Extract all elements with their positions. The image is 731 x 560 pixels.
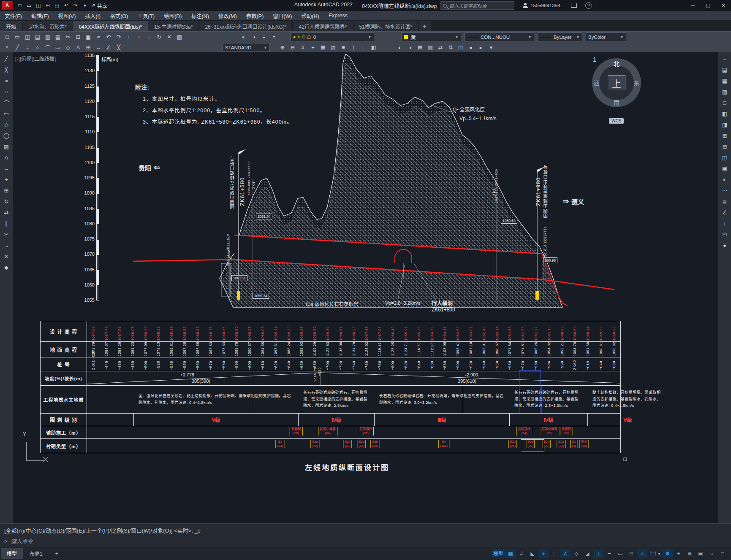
ortho-toggle-icon[interactable]: ∟ (549, 549, 560, 558)
zoom-icon[interactable]: ○ (134, 32, 144, 41)
save-as-icon[interactable]: ⊞ (44, 2, 52, 9)
rectangle-icon[interactable]: ▭ (53, 43, 63, 52)
new-tab-button[interactable]: + (419, 21, 431, 31)
selection-cycling-icon[interactable]: ⊡ (626, 549, 636, 558)
resize-icon[interactable]: ↕ (720, 219, 730, 228)
drawing-tab[interactable]: 边水沟、沉砂井* (23, 21, 73, 31)
angle-icon[interactable]: ∠ (104, 43, 113, 52)
menu-item[interactable]: 窗口(W) (268, 11, 296, 20)
break-icon[interactable]: ╳ (114, 43, 123, 52)
more-icon[interactable]: ▾ (486, 43, 496, 52)
table-icon[interactable]: ⊞ (84, 43, 93, 52)
mirror-tool-icon[interactable]: ⇄ (1, 208, 11, 217)
osnap-tracking-icon[interactable]: ◢ (582, 549, 592, 558)
ellipse-tool-icon[interactable]: ◯ (1, 131, 11, 140)
menu-item[interactable]: 绘图(D) (159, 11, 186, 20)
insert-panel-icon[interactable]: ⊞ (720, 131, 730, 140)
zoom-out-icon[interactable]: ⊖ (288, 43, 297, 52)
hatch-panel-icon[interactable]: ▦ (720, 76, 730, 85)
offset-tool-icon[interactable]: ∥ (1, 219, 11, 228)
search-input[interactable]: 键入关键字或短语 (440, 1, 514, 10)
perpendicular-icon[interactable]: ⊥ (349, 43, 358, 52)
list-icon[interactable]: ≣ (720, 197, 730, 206)
save-icon[interactable]: ◫ (35, 2, 42, 9)
annotation-monitor-icon[interactable]: + (674, 549, 684, 558)
pan-icon[interactable]: + (124, 32, 133, 41)
compass-top-face[interactable]: 上 (608, 75, 625, 90)
rectangle-tool-icon[interactable]: ▭ (1, 109, 11, 118)
workspace-switch-icon[interactable]: ⚙ (663, 549, 673, 558)
menu-item[interactable]: 编辑(E) (27, 11, 54, 20)
trim-icon[interactable]: ▥ (426, 43, 435, 52)
block-icon[interactable]: ◫ (456, 43, 465, 52)
menu-item[interactable]: 参数(P) (242, 11, 269, 20)
point-icon[interactable]: ● (466, 43, 476, 52)
add-layout-button[interactable]: + (49, 549, 64, 558)
menu-item[interactable]: 标注(N) (187, 11, 214, 20)
clean-screen-icon[interactable]: □ (717, 549, 728, 558)
materials-panel-icon[interactable]: ▧ (720, 87, 730, 96)
command-line[interactable]: [全部(A)/中心(C)/动态(D)/范围(E)/上一个(P)/比例(S)/窗口… (0, 523, 731, 547)
app-store-icon[interactable] (571, 3, 577, 8)
compass-north[interactable]: 北 (614, 59, 620, 68)
maximize-button[interactable]: ▢ (701, 0, 716, 11)
linetype-combo[interactable]: CON...NUOU ▼ (465, 32, 534, 41)
erase-tool-icon[interactable]: ✕ (1, 252, 11, 261)
menu-item[interactable]: 工具(T) (133, 11, 159, 20)
quick-properties-icon[interactable]: ▣ (696, 549, 706, 558)
snap-grid-icon[interactable]: # (298, 43, 307, 52)
menu-item[interactable]: 视图(V) (54, 11, 81, 20)
drawing-tab[interactable]: 51横洞防、排水设计图* (353, 21, 419, 31)
dynamic-input-icon[interactable]: ⌖ (538, 549, 549, 558)
view-compass[interactable]: 北 南 西 东 上 (592, 58, 641, 107)
hatch-tool-icon[interactable]: ▨ (1, 142, 11, 151)
account-area[interactable]: 15059991358... ? (523, 0, 592, 11)
cut-icon[interactable]: ✂ (63, 32, 73, 41)
trim-tool-icon[interactable]: ✂ (1, 230, 11, 239)
drawing-tab[interactable]: 04XXX隧道左线纵断面(lds)* (73, 21, 148, 31)
layer-freeze-icon[interactable]: ◑ (249, 32, 258, 41)
units-icon[interactable]: ≣ (685, 549, 695, 558)
region-icon[interactable]: ◧ (369, 43, 378, 52)
command-input[interactable]: > 键入命令 (0, 535, 731, 547)
qnew-icon[interactable]: □ (3, 32, 12, 41)
gradient-icon[interactable]: ▧ (329, 43, 338, 52)
color-combo[interactable]: 黄 ▼ (401, 32, 461, 41)
blocks-panel-icon[interactable]: □ (720, 98, 730, 107)
text-tool-icon[interactable]: A (1, 153, 11, 162)
erase-icon[interactable]: ✕ (165, 32, 174, 41)
text-icon[interactable]: A (73, 43, 83, 52)
spline-icon[interactable]: ≈ (23, 43, 32, 52)
compass-east[interactable]: 东 (633, 78, 639, 87)
line-icon[interactable]: ╱ (13, 43, 22, 52)
array-icon[interactable]: ▤ (416, 43, 425, 52)
drawing-tab[interactable]: 26~31xxx隧道进口洞口设计(ldsXG)* (199, 21, 293, 31)
layers-list-icon[interactable]: ≡ (339, 43, 348, 52)
block-tool-icon[interactable]: ◆ (1, 262, 11, 272)
compass-west[interactable]: 西 (594, 78, 600, 87)
infer-constraints-icon[interactable]: ◣ (527, 549, 538, 558)
new-drawing-icon[interactable]: □ (16, 2, 24, 9)
markup-icon[interactable]: ◨ (720, 120, 730, 129)
match-properties-icon[interactable]: ≈ (94, 32, 103, 41)
viewport-icon[interactable]: ⊡ (720, 230, 730, 239)
close-button[interactable]: ✕ (716, 0, 731, 11)
app-logo-icon[interactable]: A (2, 1, 13, 10)
minimize-button[interactable]: ─ (685, 0, 701, 11)
compass-south[interactable]: 南 (614, 98, 620, 106)
paste-icon[interactable]: ▣ (84, 32, 93, 41)
model-space-button[interactable]: 模型 (492, 549, 505, 558)
drawing-tab[interactable]: 15-主洞衬砌S3a* (148, 21, 199, 31)
osnap-toggle-icon[interactable]: ⊥ (593, 549, 603, 558)
zoom-in-icon[interactable]: ⊕ (278, 43, 287, 52)
undo-icon[interactable]: ↶ (104, 32, 113, 41)
zoom-window-icon[interactable]: ◌ (144, 32, 154, 41)
text-style-combo[interactable]: STANDARD ▼ (223, 43, 270, 52)
plot-preview-icon[interactable]: ▥ (43, 32, 52, 41)
menu-item[interactable]: 格式(O) (105, 11, 133, 20)
isodraft-icon[interactable]: ◇ (571, 549, 582, 558)
measure-icon[interactable]: ∠ (720, 208, 730, 217)
render-icon[interactable]: ▣ (720, 164, 730, 173)
publish-icon[interactable]: ▦ (53, 32, 63, 41)
drawing-viewport[interactable]: [-][俯视][二维线框] 1 北 南 西 东 上 WCS Y 11351130… (13, 52, 718, 523)
